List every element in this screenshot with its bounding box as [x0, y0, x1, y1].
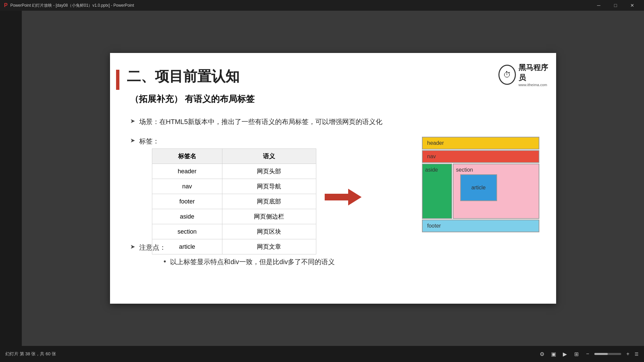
- main-area: 二、项目前置认知 ⏱ 黑马程序员 www.itheima.com （拓展补充） …: [0, 11, 644, 346]
- bullet-label-3: 注意点：: [139, 242, 166, 252]
- diagram-arrow: [325, 187, 362, 208]
- diag-article: article: [460, 174, 497, 201]
- table-cell-meaning: 网页底部: [222, 194, 316, 209]
- diag-nav: nav: [422, 150, 539, 163]
- svg-marker-0: [325, 189, 362, 205]
- bullet-label-2: 标签：: [139, 136, 159, 146]
- logo: ⏱ 黑马程序员 www.itheima.com: [502, 63, 546, 86]
- bullet-arrow-1: ➤: [130, 117, 135, 125]
- sub-bullet-dot: •: [164, 257, 166, 266]
- html-diagram: header nav aside section article: [422, 137, 539, 251]
- title-bar: P PowerPoint 幻灯片放映 - [day08（小兔鲜01）v1.0.p…: [0, 0, 644, 11]
- window-controls: ─ □ ✕: [591, 1, 640, 10]
- slide-canvas: 二、项目前置认知 ⏱ 黑马程序员 www.itheima.com （拓展补充） …: [110, 53, 556, 304]
- left-panel: [0, 11, 22, 346]
- slide-area: 二、项目前置认知 ⏱ 黑马程序员 www.itheima.com （拓展补充） …: [22, 11, 644, 346]
- diag-middle: aside section article: [422, 164, 539, 219]
- slide-subtitle: （拓展补充） 有语义的布局标签: [130, 93, 255, 105]
- table-cell-meaning: 网页侧边栏: [222, 209, 316, 224]
- table-cell-tag: header: [152, 164, 222, 179]
- diag-section: section article: [453, 164, 539, 219]
- diag-footer: footer: [422, 220, 539, 232]
- status-zoom-in-icon[interactable]: +: [623, 349, 633, 359]
- slide-count: 幻灯片 第 38 张，共 60 张: [5, 351, 56, 357]
- brand-website: www.itheima.com: [519, 83, 550, 87]
- table-cell-tag: nav: [152, 179, 222, 194]
- diag-aside: aside: [422, 164, 452, 219]
- minimize-button[interactable]: ─: [591, 1, 606, 10]
- tag-table: 标签名 语义 header网页头部nav网页导航footer网页底部aside网…: [152, 148, 316, 254]
- zoom-slider[interactable]: [594, 353, 621, 355]
- bullet-2: ➤ 标签：: [130, 136, 159, 149]
- title-bar-text: PowerPoint 幻灯片放映 - [day08（小兔鲜01）v1.0.ppt…: [10, 3, 588, 8]
- status-zoom-out-icon[interactable]: −: [583, 349, 592, 359]
- table-cell-meaning: 网页导航: [222, 179, 316, 194]
- bullet-arrow-3: ➤: [130, 243, 135, 250]
- status-bar: 幻灯片 第 38 张，共 60 张 ⚙ ▣ ▶ ⊞ − + ☰: [0, 346, 644, 362]
- logo-text-group: 黑马程序员 www.itheima.com: [519, 63, 550, 87]
- tag-table-wrapper: 标签名 语义 header网页头部nav网页导航footer网页底部aside网…: [152, 148, 316, 254]
- bullet-1: ➤ 场景：在HTML5新版本中，推出了一些有语义的布局标签，可以增强网页的语义化: [130, 117, 383, 129]
- status-play-icon[interactable]: ▶: [560, 349, 570, 359]
- table-header-meaning: 语义: [222, 149, 316, 164]
- bullet-arrow-2: ➤: [130, 137, 135, 144]
- close-button[interactable]: ✕: [625, 1, 640, 10]
- diag-header: header: [422, 137, 539, 149]
- table-cell-meaning: 网页文章: [222, 239, 316, 254]
- table-cell-meaning: 网页区块: [222, 224, 316, 239]
- status-view1-icon[interactable]: ▣: [549, 349, 558, 359]
- slide-red-bar: [116, 70, 119, 90]
- status-icons: ⚙ ▣ ▶ ⊞ − + ☰: [537, 349, 639, 359]
- table-cell-tag: footer: [152, 194, 222, 209]
- restore-button[interactable]: □: [608, 1, 623, 10]
- table-header-tag: 标签名: [152, 149, 222, 164]
- table-cell-tag: aside: [152, 209, 222, 224]
- app-icon: P: [4, 2, 8, 8]
- table-cell-meaning: 网页头部: [222, 164, 316, 179]
- status-settings-icon[interactable]: ⚙: [537, 349, 547, 359]
- table-cell-tag: section: [152, 224, 222, 239]
- bullet-text-1: 场景：在HTML5新版本中，推出了一些有语义的布局标签，可以增强网页的语义化: [139, 117, 383, 127]
- sub-bullet-text: 以上标签显示特点和div一致，但是比div多了不同的语义: [170, 257, 335, 267]
- sub-bullet: • 以上标签显示特点和div一致，但是比div多了不同的语义: [164, 257, 335, 267]
- brand-name: 黑马程序员: [519, 63, 550, 83]
- slide-title: 二、项目前置认知: [127, 67, 239, 86]
- logo-icon: ⏱: [498, 65, 516, 85]
- status-grid-icon[interactable]: ⊞: [572, 349, 581, 359]
- bullet-3: ➤ 注意点：: [130, 242, 166, 255]
- zoom-level: ☰: [635, 352, 639, 357]
